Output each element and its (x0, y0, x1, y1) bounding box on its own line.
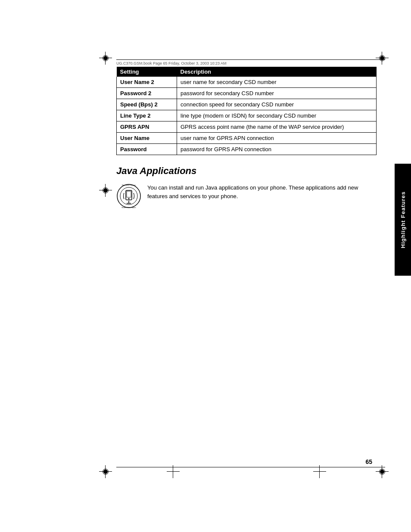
svg-point-0 (117, 184, 140, 208)
setting-description: user name for GPRS APN connection (177, 133, 377, 144)
phone-illustration (364, 211, 395, 250)
setting-label: Password (117, 144, 177, 155)
header-bar: UG.C370.GSM.book Page 65 Friday, October… (116, 59, 385, 65)
svg-point-19 (380, 234, 382, 236)
svg-point-18 (377, 234, 378, 236)
java-icon-svg: Network/Subscription Dependent Features (116, 184, 141, 208)
table-row: User Name 2 user name for secondary CSD … (117, 77, 377, 88)
reg-mark-tl (100, 53, 111, 63)
phone-svg (364, 211, 395, 250)
reg-mark-bcr (314, 467, 325, 477)
setting-description: connection speed for secondary CSD numbe… (177, 99, 377, 110)
table-row: Password 2 password for secondary CSD nu… (117, 88, 377, 99)
reg-mark-tr (377, 53, 387, 63)
settings-table: Setting Description User Name 2 user nam… (116, 67, 377, 155)
svg-rect-3 (127, 191, 131, 197)
table-header-description: Description (177, 67, 377, 77)
setting-description: password for secondary CSD number (177, 88, 377, 99)
page-container: UG.C370.GSM.book Page 65 Friday, October… (0, 0, 411, 532)
java-section: Network/Subscription Dependent Features … (116, 184, 377, 208)
table-row: Speed (Bps) 2 connection speed for secon… (117, 99, 377, 110)
setting-description: user name for secondary CSD number (177, 77, 377, 88)
setting-label: Speed (Bps) 2 (117, 99, 177, 110)
svg-line-20 (384, 211, 386, 213)
svg-text:Dependent Features: Dependent Features (122, 184, 136, 186)
setting-label: Password 2 (117, 88, 177, 99)
section-heading-java: Java Applications (116, 165, 377, 177)
page-number: 65 (365, 458, 372, 465)
svg-text:Network/Subscription: Network/Subscription (121, 207, 136, 208)
setting-label: GPRS APN (117, 121, 177, 133)
svg-point-15 (377, 231, 378, 233)
svg-point-16 (380, 231, 382, 233)
setting-description: line type (modem or ISDN) for secondary … (177, 110, 377, 121)
reg-mark-br (377, 467, 387, 477)
bottom-line (116, 467, 385, 467)
svg-point-14 (373, 231, 374, 233)
table-row: GPRS APN GPRS access point name (the nam… (117, 121, 377, 133)
side-tab-highlight-features: Highlight Features (395, 164, 411, 276)
svg-point-11 (373, 227, 374, 229)
table-row: User Name user name for GPRS APN connect… (117, 133, 377, 144)
svg-point-17 (373, 234, 374, 236)
header-text: UG.C370.GSM.book Page 65 Friday, October… (116, 61, 226, 65)
reg-mark-bcl (168, 467, 178, 477)
setting-label: User Name 2 (117, 77, 177, 88)
java-icon: Network/Subscription Dependent Features (116, 184, 141, 208)
java-description: You can install and run Java application… (147, 184, 377, 200)
table-row: Line Type 2 line type (modem or ISDN) fo… (117, 110, 377, 121)
main-content: Setting Description User Name 2 user nam… (116, 67, 377, 208)
setting-label: Line Type 2 (117, 110, 177, 121)
side-tab-label: Highlight Features (400, 191, 406, 248)
svg-rect-10 (371, 216, 383, 225)
reg-mark-bl (100, 467, 111, 477)
svg-point-4 (128, 198, 130, 199)
table-row: Password password for GPRS APN connectio… (117, 144, 377, 155)
setting-description: GPRS access point name (the name of the … (177, 121, 377, 133)
svg-point-13 (380, 227, 382, 229)
reg-mark-ml (100, 185, 111, 196)
svg-point-12 (377, 227, 378, 229)
table-header-setting: Setting (117, 67, 177, 77)
setting-description: password for GPRS APN connection (177, 144, 377, 155)
setting-label: User Name (117, 133, 177, 144)
